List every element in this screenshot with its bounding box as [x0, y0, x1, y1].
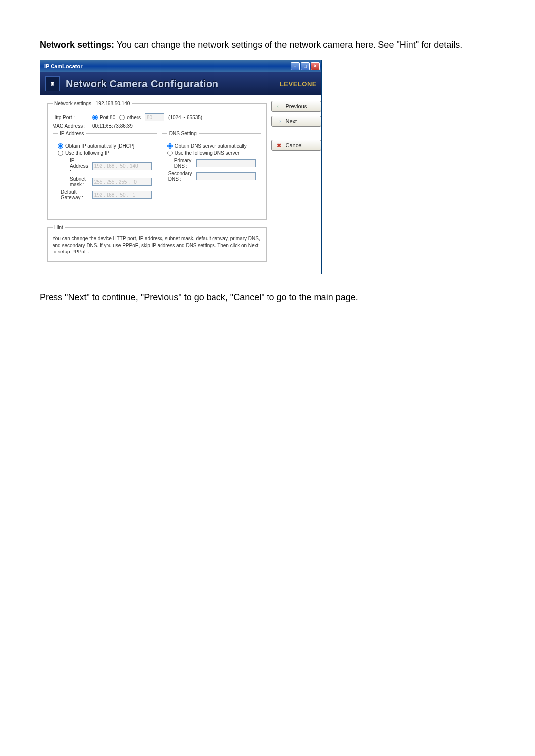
dhcp-row: Obtain IP automatically [DHCP]: [58, 143, 152, 149]
close-button[interactable]: ×: [311, 62, 320, 70]
hint-text: You can change the device HTTP port, IP …: [53, 235, 261, 255]
primary-dns-row: Primary DNS :: [167, 158, 256, 169]
subnet-input[interactable]: [92, 178, 152, 186]
next-button[interactable]: ⇨ Next: [271, 116, 321, 127]
secondary-dns-row: Secondary DNS :: [167, 171, 256, 182]
subnet-label: Subnet mask :: [70, 176, 88, 187]
http-port-row: Http Port : Port 80 others (1024 ~ 65535…: [53, 113, 261, 121]
window-title: IP CamLocator: [42, 63, 291, 69]
port80-label: Port 80: [100, 115, 115, 120]
static-ip-radio[interactable]: [58, 151, 63, 156]
intro-paragraph: Network settings: You can change the net…: [40, 40, 495, 50]
ip-address-row: IP Address :: [58, 158, 152, 174]
dhcp-radio[interactable]: [58, 143, 63, 149]
dns-static-radio-wrap[interactable]: Use the following DNS server: [167, 151, 240, 156]
dns-auto-row: Obtain DNS server automatically: [167, 143, 256, 149]
others-port-input[interactable]: [145, 113, 164, 121]
dns-static-row: Use the following DNS server: [167, 151, 256, 156]
secondary-dns-label: Secondary DNS :: [168, 171, 192, 182]
ip-legend: IP Address: [58, 131, 86, 136]
cancel-icon: ✖: [276, 142, 283, 149]
primary-dns-label: Primary DNS :: [174, 158, 192, 169]
banner-title: Network Camera Configuration: [66, 78, 274, 90]
gateway-label: Default Gateway :: [61, 189, 88, 200]
gateway-row: Default Gateway :: [58, 189, 152, 200]
dns-legend: DNS Setting: [167, 131, 199, 136]
port-range-hint: (1024 ~ 65535): [168, 115, 202, 120]
dns-setting-fieldset: DNS Setting Obtain DNS server automatica…: [162, 131, 261, 208]
cancel-button-label: Cancel: [286, 142, 303, 148]
ip-address-fieldset: IP Address Obtain IP automatically [DHCP…: [53, 131, 157, 208]
hint-legend: Hint: [53, 225, 65, 230]
network-settings-legend: Network settings - 192.168.50.140: [53, 101, 132, 106]
arrow-left-icon: ⇦: [276, 103, 283, 110]
static-ip-label: Use the following IP: [65, 151, 109, 156]
arrow-right-icon: ⇨: [276, 118, 283, 125]
mac-label: MAC Address :: [53, 123, 88, 129]
network-settings-fieldset: Network settings - 192.168.50.140 Http P…: [47, 101, 267, 220]
previous-button-label: Previous: [286, 103, 307, 109]
next-button-label: Next: [286, 118, 297, 124]
others-radio-wrap[interactable]: others: [119, 115, 141, 120]
gateway-input[interactable]: [92, 191, 152, 199]
intro-rest: You can change the network settings of t…: [114, 40, 462, 50]
dns-auto-label: Obtain DNS server automatically: [175, 143, 247, 149]
ip-address-input[interactable]: [92, 162, 152, 170]
dns-static-radio[interactable]: [167, 151, 173, 156]
previous-button[interactable]: ⇦ Previous: [271, 101, 321, 112]
mac-row: MAC Address : 00:11:6B:73:86:39: [53, 123, 261, 129]
right-column: ⇦ Previous ⇨ Next ✖ Cancel: [271, 101, 321, 267]
dns-auto-radio[interactable]: [167, 143, 173, 149]
mac-value: 00:11:6B:73:86:39: [92, 123, 133, 129]
http-port-label: Http Port :: [53, 115, 88, 120]
primary-dns-input[interactable]: [196, 159, 256, 167]
port80-radio[interactable]: [92, 115, 98, 120]
ip-dns-row: IP Address Obtain IP automatically [DHCP…: [53, 131, 261, 213]
maximize-button[interactable]: □: [301, 62, 310, 70]
dns-static-label: Use the following DNS server: [175, 151, 240, 156]
dhcp-radio-wrap[interactable]: Obtain IP automatically [DHCP]: [58, 143, 134, 149]
hint-fieldset: Hint You can change the device HTTP port…: [47, 225, 267, 262]
cancel-button[interactable]: ✖ Cancel: [271, 140, 321, 151]
subnet-row: Subnet mask :: [58, 176, 152, 187]
minimize-button[interactable]: −: [291, 62, 300, 70]
static-ip-row: Use the following IP: [58, 151, 152, 156]
client-area: Network settings - 192.168.50.140 Http P…: [40, 95, 321, 274]
others-radio[interactable]: [119, 115, 125, 120]
port80-radio-wrap[interactable]: Port 80: [92, 115, 115, 120]
brand-logo-icon: ▣: [45, 76, 60, 91]
titlebar: IP CamLocator − □ ×: [40, 60, 321, 72]
others-label: others: [127, 115, 141, 120]
brand-text: LEVELONE: [280, 80, 317, 88]
banner: ▣ Network Camera Configuration LEVELONE: [40, 72, 321, 95]
dhcp-label: Obtain IP automatically [DHCP]: [65, 143, 134, 149]
secondary-dns-input[interactable]: [196, 172, 256, 180]
app-window: IP CamLocator − □ × ▣ Network Camera Con…: [40, 60, 322, 274]
outro-paragraph: Press "Next" to continue, "Previous" to …: [40, 292, 495, 302]
left-column: Network settings - 192.168.50.140 Http P…: [47, 101, 267, 267]
dns-auto-radio-wrap[interactable]: Obtain DNS server automatically: [167, 143, 247, 149]
static-ip-radio-wrap[interactable]: Use the following IP: [58, 151, 109, 156]
intro-bold: Network settings:: [40, 40, 114, 50]
window-controls: − □ ×: [291, 62, 320, 70]
ip-address-label: IP Address :: [70, 158, 88, 174]
